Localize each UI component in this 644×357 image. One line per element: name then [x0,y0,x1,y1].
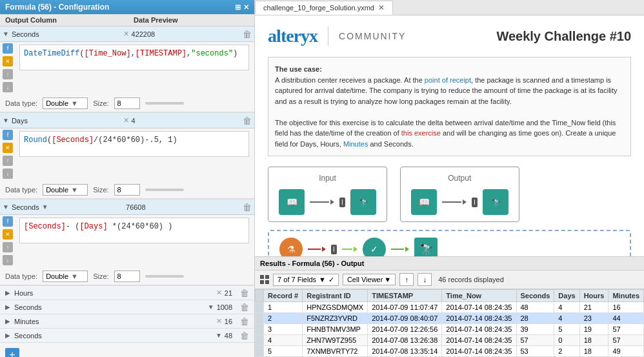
size-input-1[interactable] [114,97,140,109]
connector-label-1: I [339,198,345,207]
clear-btn-1[interactable]: ✕ [123,30,129,38]
row-selector[interactable] [256,313,264,324]
cell-seconds: 57 [516,335,554,346]
expand-arrow-minutes[interactable]: ▶ [5,318,10,325]
cell-timenow: 2014-07-14 08:24:35 [442,335,516,346]
formula-down-icon-2[interactable]: ↓ [3,168,13,179]
binoculars-node-icon[interactable]: 🔭 [350,189,376,215]
delete-seconds3[interactable]: 🗑 [240,331,249,341]
col-header-hours[interactable]: Hours [579,290,609,302]
size-label-2: Size: [93,186,108,194]
formula-field-icon-3[interactable]: ✕ [3,229,13,240]
row-selector[interactable] [256,302,264,313]
size-slider-1[interactable] [145,102,184,105]
field-dropdown-seconds2[interactable]: ▼ [208,303,214,311]
cell-registrant: F5NZRZ3YVRD [303,313,368,324]
size-input-3[interactable] [114,270,140,282]
table-row[interactable]: 4 ZHN7W9TZ955 2014-07-08 13:26:38 2014-0… [256,335,644,346]
cell-days: 4 [554,302,579,313]
delete-btn-3[interactable]: 🗑 [243,202,252,212]
formula-with-icons-1: f ✕ ↑ ↓ DateTimeDiff([Time_Now],[TIMESTA… [0,42,254,95]
col-header-seconds[interactable]: Seconds [516,290,554,302]
col-header-timenow[interactable]: Time_Now [442,290,516,302]
formula-field-icon[interactable]: ✕ [3,56,13,66]
sort-asc-btn[interactable]: ↑ [399,273,414,286]
datatype-select-2[interactable]: Double ▼ [43,184,88,196]
data-table-container[interactable]: Record # Registrant ID TIMESTAMP Time_No… [255,289,644,357]
panel-controls: ⊞ ✕ [235,3,249,12]
clear-minutes[interactable]: ✕ [216,317,222,325]
table-row[interactable]: 5 7XNMBVRTY72 2014-07-08 13:35:14 2014-0… [256,346,644,357]
delete-minutes[interactable]: 🗑 [240,316,249,327]
clear-hours[interactable]: ✕ [216,289,222,297]
field-dropdown-arrow-3[interactable]: ▼ [42,203,48,210]
tab-solution[interactable]: challenge_10_forge_Solution.yxmd ✕ [255,1,393,15]
table-row[interactable]: 1 HPNZGSDMQMX 2014-07-09 11:07:47 2014-0… [256,302,644,313]
cell-viewer-btn[interactable]: Cell Viewer ▼ [343,274,396,285]
row-selector[interactable] [256,335,264,346]
field-label-seconds2: Seconds [14,303,208,311]
add-formula-button[interactable]: + [5,348,19,357]
delete-btn-2[interactable]: 🗑 [243,116,252,126]
expand-arrow-seconds2[interactable]: ▶ [5,303,10,311]
col-header-days[interactable]: Days [554,290,579,302]
expand-arrow-1[interactable]: ▼ [3,30,9,37]
description-box: The use case: A distribution center rece… [268,57,631,156]
pin-icon[interactable]: ⊞ [235,3,241,12]
formula-editor-1[interactable]: DateTimeDiff([Time_Now],[TIMESTAMP],"sec… [19,45,249,70]
formula-fn-icon[interactable]: f [3,43,13,54]
checkmark-node-icon[interactable]: ✓ [363,238,386,256]
formula-node-icon[interactable]: ⚗ [279,238,303,256]
size-slider-2[interactable] [145,189,184,191]
delete-hours[interactable]: 🗑 [240,288,249,298]
expand-arrow-3[interactable]: ▼ [3,203,9,210]
cell-timestamp: 2014-07-08 13:35:14 [368,346,442,357]
datatype-row-1: Data type: Double ▼ Size: [0,95,254,112]
fields-badge: 7 of 7 Fields ▼ ✓ [273,274,339,286]
table-row[interactable]: 3 FHNBTNMV3MP 2014-07-09 12:26:56 2014-0… [256,324,644,335]
alteryx-logo: alteryx [268,26,317,46]
formula-editor-3[interactable]: [Seconds]- ([Days] *(24*60*60) ) [19,218,249,243]
formula-down-icon[interactable]: ↓ [3,82,13,92]
tab-close-icon[interactable]: ✕ [378,3,385,12]
formula-editor-2[interactable]: Round([Seconds]/(24*60*60)-.5, 1) [19,131,249,157]
fields-dropdown[interactable]: ▼ [319,276,326,283]
size-input-2[interactable] [114,184,140,196]
field-label-seconds3: Seconds [14,332,216,340]
cell-days: 5 [554,324,579,335]
row-selector[interactable] [256,346,264,357]
input-node-icon[interactable]: 📖 [279,189,305,215]
field-dropdown-seconds3[interactable]: ▼ [216,332,222,339]
expand-arrow-seconds3[interactable]: ▶ [5,332,10,339]
row-selector[interactable] [256,324,264,335]
expand-arrow-hours[interactable]: ▶ [5,289,10,296]
clear-btn-2[interactable]: ✕ [123,116,129,125]
formula-up-icon-3[interactable]: ↑ [3,242,13,252]
col-header-minutes[interactable]: Minutes [609,290,644,302]
delete-btn-1[interactable]: 🗑 [243,29,252,39]
bottom-connector-3 [391,247,409,252]
formula-up-icon-2[interactable]: ↑ [3,156,13,166]
close-icon[interactable]: ✕ [243,3,249,12]
formula-field-icon-2[interactable]: ✕ [3,143,13,153]
delete-seconds2[interactable]: 🗑 [240,302,249,312]
formula-up-icon[interactable]: ↑ [3,69,13,79]
col-header-record[interactable]: Record # [264,290,303,302]
size-slider-3[interactable] [145,275,184,278]
dropdown-arrow-1: ▼ [71,99,78,107]
output-node-icon[interactable]: 📖 [411,189,437,215]
formula-fn-icon-2[interactable]: f [3,130,13,140]
col-header-timestamp[interactable]: TIMESTAMP [368,290,442,302]
binoculars-node-icon-out[interactable]: 🔭 [483,189,508,215]
formula-down-icon-3[interactable]: ↓ [3,255,13,265]
datatype-select-1[interactable]: Double ▼ [43,97,88,109]
col-header-registrant[interactable]: Registrant ID [303,290,368,302]
bottom-binoculars-icon[interactable]: 🔭 [414,238,438,256]
sort-desc-btn[interactable]: ↓ [418,273,432,286]
cell-days: 0 [554,335,579,346]
datatype-select-3[interactable]: Double ▼ [43,270,88,282]
expand-arrow-2[interactable]: ▼ [3,117,9,124]
grid-icon [260,275,269,284]
table-row[interactable]: 2 F5NZRZ3YVRD 2014-07-09 08:40:07 2014-0… [256,313,644,324]
formula-fn-icon-3[interactable]: f [3,216,13,227]
